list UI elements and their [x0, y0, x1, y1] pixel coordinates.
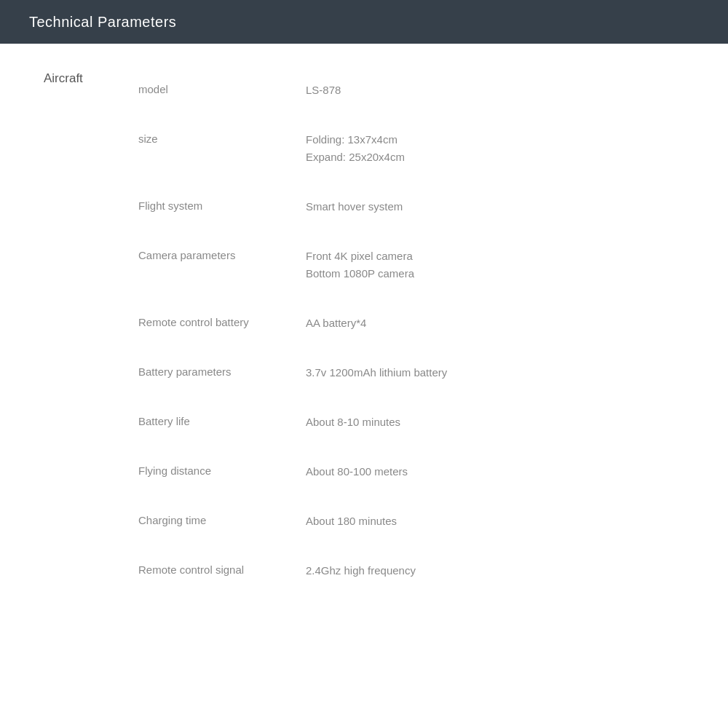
- table-row: Remote control batteryAA battery*4: [138, 298, 728, 348]
- table-row: Camera parametersFront 4K pixel cameraBo…: [138, 232, 728, 298]
- param-value: Folding: 13x7x4cmExpand: 25x20x4cm: [306, 131, 728, 166]
- param-name: model: [138, 82, 306, 99]
- param-value: LS-878: [306, 82, 728, 99]
- table-row: Flying distanceAbout 80-100 meters: [138, 447, 728, 496]
- param-value: About 8-10 minutes: [306, 414, 728, 431]
- param-name: Battery life: [138, 414, 306, 431]
- table-row: Remote control signal2.4Ghz high frequen…: [138, 546, 728, 596]
- aircraft-section: Aircraft modelLS-878sizeFolding: 13x7x4c…: [44, 66, 728, 596]
- param-value: About 80-100 meters: [306, 463, 728, 480]
- param-name: Remote control signal: [138, 562, 306, 579]
- param-name: Flying distance: [138, 463, 306, 480]
- param-value: 2.4Ghz high frequency: [306, 562, 728, 579]
- param-name: Flight system: [138, 198, 306, 215]
- param-name: Camera parameters: [138, 248, 306, 282]
- category-column: Aircraft: [44, 66, 138, 596]
- table-row: Flight systemSmart hover system: [138, 182, 728, 232]
- page-title: Technical Parameters: [29, 14, 176, 31]
- params-column: modelLS-878sizeFolding: 13x7x4cmExpand: …: [138, 66, 728, 596]
- table-row: Charging timeAbout 180 minutes: [138, 496, 728, 546]
- category-label: Aircraft: [44, 71, 83, 85]
- table-row: sizeFolding: 13x7x4cmExpand: 25x20x4cm: [138, 115, 728, 182]
- param-value: About 180 minutes: [306, 513, 728, 530]
- param-name: size: [138, 131, 306, 166]
- param-name: Battery parameters: [138, 364, 306, 381]
- table-row: Battery parameters3.7v 1200mAh lithium b…: [138, 348, 728, 397]
- param-value: Smart hover system: [306, 198, 728, 215]
- param-value: Front 4K pixel cameraBottom 1080P camera: [306, 248, 728, 282]
- content-area: Aircraft modelLS-878sizeFolding: 13x7x4c…: [0, 44, 728, 617]
- param-value: AA battery*4: [306, 314, 728, 332]
- param-name: Charging time: [138, 513, 306, 530]
- param-name: Remote control battery: [138, 314, 306, 332]
- param-value: 3.7v 1200mAh lithium battery: [306, 364, 728, 381]
- table-row: modelLS-878: [138, 66, 728, 115]
- page-header: Technical Parameters: [0, 0, 728, 44]
- table-row: Battery lifeAbout 8-10 minutes: [138, 397, 728, 447]
